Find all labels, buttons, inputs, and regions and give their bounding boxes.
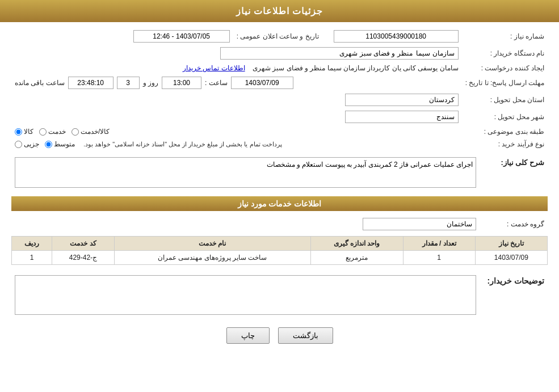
farayand-note: پرداخت تمام یا بخشی از مبلغ خریدار از مح… <box>83 141 282 148</box>
ijad-konande-value: سامان یوسفی کانی یان کاربرداز سازمان سیم… <box>253 64 459 72</box>
goroh-input[interactable] <box>363 218 476 230</box>
roz-label: روز و <box>143 79 158 87</box>
roz-input[interactable] <box>117 77 140 89</box>
khadamat-title: اطلاعات خدمات مورد نیاز <box>238 199 322 208</box>
bottom-buttons: بازگشت چاپ <box>11 327 548 344</box>
tabaqa-label: طبقه بندی موضوعی : <box>462 125 548 138</box>
ostan-label: استان محل تحویل : <box>462 91 548 108</box>
col-tedad: تعداد / مقدار <box>403 237 475 251</box>
radio-jozii[interactable]: جزیی <box>15 140 39 148</box>
shomare-niaz-label: شماره نیاز : <box>462 28 548 45</box>
sharh-label: شرح کلی نیاز: <box>501 158 544 167</box>
cell-tedad: 1 <box>403 251 475 265</box>
bazgasht-button[interactable]: بازگشت <box>278 327 333 344</box>
cell-name: ساخت سایر پروژه‌های مهندسی عمران <box>114 251 310 265</box>
saat-baqui-label: ساعت باقی مانده <box>15 79 65 87</box>
col-radif: ردیف <box>12 237 52 251</box>
radio-khedmat[interactable]: خدمت <box>39 128 66 136</box>
tozih-label: توضیحات خریدار: <box>487 276 544 285</box>
shomare-niaz-input[interactable] <box>334 30 459 43</box>
radio-kala-khedmat[interactable]: کالا/خدمت <box>72 128 110 136</box>
ettelaat-tamas-link[interactable]: اطلاعات تماس خریدار <box>183 64 245 72</box>
cell-vahed: مترمربع <box>310 251 403 265</box>
khadamat-section-header: اطلاعات خدمات مورد نیاز <box>11 196 548 211</box>
saat-input[interactable] <box>162 77 201 89</box>
page-title: جزئیات اطلاعات نیاز <box>236 6 323 16</box>
saat-mande-input[interactable] <box>68 77 114 89</box>
chap-button[interactable]: چاپ <box>226 327 270 344</box>
goroh-table: گروه خدمت : <box>11 216 548 233</box>
col-tarikh: تاریخ نیاز <box>475 237 547 251</box>
tozih-table: توضیحات خریدار: <box>11 273 548 319</box>
shahr-label: شهر محل تحویل : <box>462 108 548 125</box>
tarikh-saat-input[interactable] <box>133 30 230 43</box>
cell-code: ج-42-429 <box>52 251 115 265</box>
saat-label: ساعت : <box>205 79 228 87</box>
goroh-label: گروه خدمت : <box>507 220 544 228</box>
noع-farayand-label: نوع فرآیند خرید : <box>462 138 548 150</box>
services-table: تاریخ نیاز تعداد / مقدار واحد اندازه گیر… <box>11 236 548 265</box>
col-name: نام خدمت <box>114 237 310 251</box>
cell-tarikh: 1403/07/09 <box>475 251 547 265</box>
mohlat-label: مهلت ارسال پاسخ: تا تاریخ : <box>462 74 548 91</box>
shahr-input[interactable] <box>345 111 459 123</box>
nam-dastgah-input[interactable] <box>220 47 459 60</box>
tozih-textarea[interactable] <box>15 275 476 315</box>
nam-dastgah-label: نام دستگاه خریدار : <box>462 45 548 62</box>
radio-kala[interactable]: کالا <box>15 128 33 136</box>
table-row: 1403/07/09 1 مترمربع ساخت سایر پروژه‌های… <box>12 251 548 265</box>
col-code: کد خدمت <box>52 237 115 251</box>
radio-motavaset[interactable]: متوسط <box>45 140 75 148</box>
sharh-textarea[interactable]: اجرای عملیات عمرانی فاز 2 کمربندی آبیدر … <box>15 157 476 188</box>
mohlat-date-input[interactable] <box>231 77 293 89</box>
info-table: شماره نیاز : document.currentScript.prev… <box>11 28 548 150</box>
page-header: جزئیات اطلاعات نیاز <box>0 0 559 22</box>
ijad-konande-label: ایجاد کننده درخواست : <box>462 62 548 74</box>
col-vahed: واحد اندازه گیری <box>310 237 403 251</box>
services-table-container: تاریخ نیاز تعداد / مقدار واحد اندازه گیر… <box>11 236 548 269</box>
sharh-table: شرح کلی نیاز: اجرای عملیات عمرانی فاز 2 … <box>11 155 548 192</box>
ostan-input[interactable] <box>345 94 459 106</box>
tarikh-saat-label: تاریخ و ساعت اعلان عمومی : <box>233 28 330 45</box>
cell-radif: 1 <box>12 251 52 265</box>
